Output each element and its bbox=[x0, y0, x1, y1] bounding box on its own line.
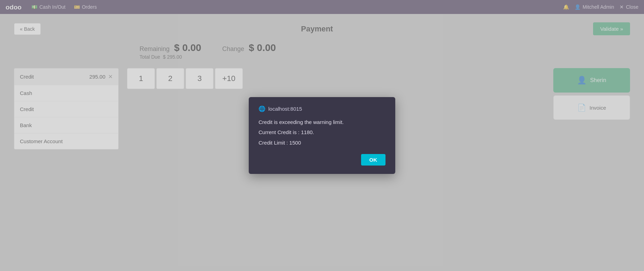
dialog-footer: OK bbox=[259, 154, 385, 166]
dialog-header: 🌐 localhost:8015 bbox=[259, 105, 385, 112]
dialog-message-line1: Credit is exceeding the warning limit. bbox=[259, 118, 385, 127]
dialog-message-line3: Credit Limit : 1500 bbox=[259, 138, 385, 147]
dialog-host: localhost:8015 bbox=[268, 106, 302, 112]
dialog-message-line2: Current Credit is : 1180. bbox=[259, 128, 385, 137]
credit-warning-dialog: 🌐 localhost:8015 Credit is exceeding the… bbox=[249, 97, 395, 174]
ok-button[interactable]: OK bbox=[361, 154, 386, 166]
dialog-body: Credit is exceeding the warning limit. C… bbox=[259, 118, 385, 147]
globe-icon: 🌐 bbox=[259, 105, 265, 112]
modal-overlay: 🌐 localhost:8015 Credit is exceeding the… bbox=[0, 0, 644, 271]
